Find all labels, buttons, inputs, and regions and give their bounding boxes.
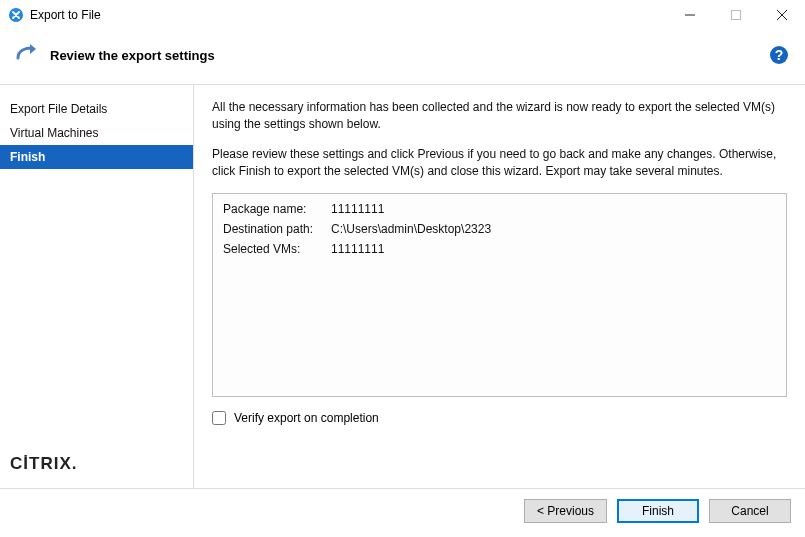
summary-row-selected-vms: Selected VMs: 11111111 bbox=[223, 242, 776, 256]
step-virtual-machines[interactable]: Virtual Machines bbox=[0, 121, 193, 145]
package-name-label: Package name: bbox=[223, 202, 331, 216]
previous-button[interactable]: < Previous bbox=[524, 499, 607, 523]
verify-export-label: Verify export on completion bbox=[234, 411, 379, 425]
titlebar: Export to File bbox=[0, 0, 805, 30]
verify-export-row[interactable]: Verify export on completion bbox=[212, 411, 787, 425]
intro-text: All the necessary information has been c… bbox=[212, 99, 787, 193]
page-heading: Review the export settings bbox=[50, 48, 769, 63]
summary-row-package: Package name: 11111111 bbox=[223, 202, 776, 216]
intro-paragraph-1: All the necessary information has been c… bbox=[212, 99, 787, 134]
wizard-header: Review the export settings ? bbox=[0, 30, 805, 85]
step-list: Export File Details Virtual Machines Fin… bbox=[0, 85, 193, 442]
selected-vms-value: 11111111 bbox=[331, 242, 384, 256]
svg-text:?: ? bbox=[775, 47, 784, 63]
summary-box: Package name: 11111111 Destination path:… bbox=[212, 193, 787, 397]
window-title: Export to File bbox=[30, 8, 667, 22]
brand-logo: CİTRIX. bbox=[0, 442, 193, 488]
cancel-button[interactable]: Cancel bbox=[709, 499, 791, 523]
summary-row-destination: Destination path: C:\Users\admin\Desktop… bbox=[223, 222, 776, 236]
close-button[interactable] bbox=[759, 0, 805, 30]
selected-vms-label: Selected VMs: bbox=[223, 242, 331, 256]
intro-paragraph-2: Please review these settings and click P… bbox=[212, 146, 787, 181]
app-icon bbox=[8, 7, 24, 23]
help-icon[interactable]: ? bbox=[769, 45, 789, 65]
finish-button[interactable]: Finish bbox=[617, 499, 699, 523]
content-pane: All the necessary information has been c… bbox=[194, 85, 805, 488]
forward-arrow-icon bbox=[14, 42, 40, 68]
brand-text: CİTRIX bbox=[10, 454, 72, 473]
wizard-footer: < Previous Finish Cancel bbox=[0, 488, 805, 532]
destination-label: Destination path: bbox=[223, 222, 331, 236]
verify-export-checkbox[interactable] bbox=[212, 411, 226, 425]
step-export-file-details[interactable]: Export File Details bbox=[0, 97, 193, 121]
maximize-button bbox=[713, 0, 759, 30]
package-name-value: 11111111 bbox=[331, 202, 384, 216]
minimize-button[interactable] bbox=[667, 0, 713, 30]
svg-rect-1 bbox=[732, 11, 741, 20]
sidebar: Export File Details Virtual Machines Fin… bbox=[0, 85, 194, 488]
wizard-body: Export File Details Virtual Machines Fin… bbox=[0, 85, 805, 488]
window-controls bbox=[667, 0, 805, 30]
step-finish[interactable]: Finish bbox=[0, 145, 193, 169]
destination-value: C:\Users\admin\Desktop\2323 bbox=[331, 222, 491, 236]
